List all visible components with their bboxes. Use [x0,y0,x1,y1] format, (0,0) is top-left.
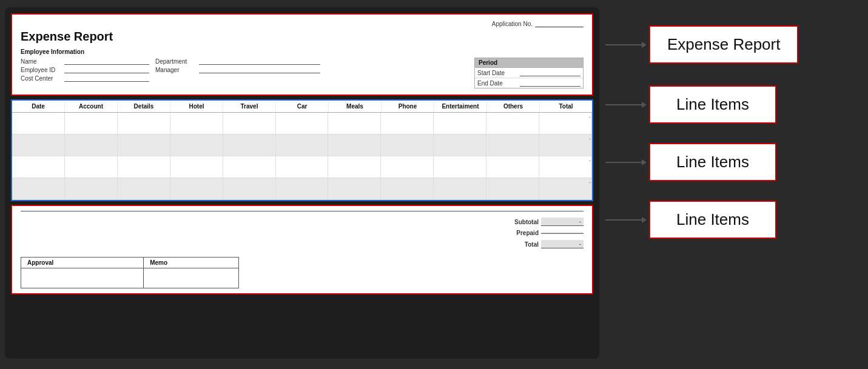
annotation-line-items-1: Line Items [605,85,863,124]
li-col-header-details: Details [118,101,170,112]
row-delete-button[interactable]: - [589,179,591,185]
manager-label: Manager [155,67,198,73]
li-cell-r3-c2[interactable] [118,178,170,199]
li-cell-r3-c8[interactable] [434,178,486,199]
li-cell-r2-c6[interactable] [328,156,381,178]
li-cell-r1-c1[interactable] [65,135,118,156]
li-cell-r3-c1[interactable] [65,178,118,199]
line-items-rows: ---- [12,113,592,200]
li-cell-r0-c3[interactable] [170,113,223,134]
li-cell-r3-c7[interactable] [381,178,434,199]
li-cell-r0-c2[interactable] [118,113,170,134]
li-cell-r0-c9[interactable] [486,113,539,134]
total-label: Total [502,241,539,248]
li-cell-r0-c6[interactable] [328,113,381,134]
memo-col-header: Memo [144,258,239,268]
li-cell-r0-c7[interactable] [381,113,434,134]
row-delete-button[interactable]: - [589,114,591,120]
li-col-header-travel: Travel [223,101,276,112]
arrow-shaft-0 [605,44,642,45]
app-no-label: Application No. [492,21,533,27]
arrow-shaft-2 [605,162,642,163]
period-title: Period [475,58,583,68]
li-cell-r2-c3[interactable] [170,156,223,178]
li-cell-r1-c0[interactable] [12,135,65,156]
li-cell-r0-c1[interactable] [65,113,118,134]
arrow-line-items-3 [605,217,647,223]
row-delete-button[interactable]: - [589,158,591,164]
li-cell-r2-c7[interactable] [381,156,434,178]
li-cell-r1-c9[interactable] [486,135,539,156]
li-cell-r1-c7[interactable] [381,135,434,156]
li-cell-r3-c4[interactable] [223,178,276,199]
li-cell-r1-c10[interactable] [539,135,592,156]
prepaid-label: Prepaid [502,230,539,236]
cost-center-label: Cost Center [21,75,63,82]
department-label: Department [155,58,198,65]
arrow-line-items-2 [605,159,647,165]
arrow-head-3 [642,217,647,223]
cost-center-field[interactable] [64,75,149,82]
li-cell-r1-c3[interactable] [170,135,223,156]
li-cell-r0-c4[interactable] [223,113,276,134]
table-row: - [12,113,592,135]
li-cell-r3-c5[interactable] [276,178,329,199]
manager-field[interactable] [199,66,320,73]
li-cell-r2-c5[interactable] [276,156,329,178]
name-field[interactable] [64,58,149,65]
li-cell-r0-c8[interactable] [434,113,486,134]
cost-center-row: Cost Center [21,75,474,82]
li-cell-r1-c5[interactable] [276,135,329,156]
li-cell-r0-c10[interactable] [539,113,592,134]
row-delete-button[interactable]: - [589,136,591,142]
line-items-section: DateAccountDetailsHotelTravelCarMealsPho… [11,99,593,201]
li-cell-r2-c10[interactable] [539,156,592,178]
li-cell-r2-c8[interactable] [434,156,486,178]
li-cell-r2-c2[interactable] [118,156,170,178]
annotation-line-items-3: Line Items [605,201,863,239]
employee-id-label: Employee ID [21,67,63,73]
li-cell-r3-c6[interactable] [328,178,381,199]
li-cell-r2-c4[interactable] [223,156,276,178]
li-cell-r3-c3[interactable] [170,178,223,199]
li-col-header-car: Car [276,101,329,112]
subtotal-row: Subtotal - [21,218,584,226]
annotations-panel: Expense Report Line Items Line Items [599,7,863,239]
form-title: Expense Report [21,30,584,44]
li-cell-r0-c5[interactable] [276,113,329,134]
line-items-annotation-1: Line Items [649,85,776,124]
employee-id-field[interactable] [64,66,149,73]
department-field[interactable] [199,58,320,65]
li-cell-r3-c10[interactable] [539,178,592,199]
prepaid-value[interactable] [541,232,584,234]
li-cell-r1-c6[interactable] [328,135,381,156]
arrow-expense-report [605,42,647,48]
line-items-annotation-3: Line Items [649,201,776,239]
approval-memo-table: Approval Memo [21,257,239,288]
li-cell-r1-c4[interactable] [223,135,276,156]
approval-col-header: Approval [21,258,144,268]
li-cell-r1-c8[interactable] [434,135,486,156]
li-col-header-others: Others [487,101,540,112]
approval-cell[interactable] [21,268,144,288]
li-cell-r2-c9[interactable] [486,156,539,178]
li-col-header-entertaiment: Entertaiment [434,101,487,112]
total-value: - [541,240,584,248]
end-date-field[interactable] [520,79,580,87]
start-date-field[interactable] [520,69,580,76]
li-cell-r1-c2[interactable] [118,135,170,156]
li-cell-r3-c0[interactable] [12,178,65,199]
app-no-row: Application No. [21,21,584,27]
total-row: Total - [21,240,584,248]
header-section: Application No. Expense Report Employee … [11,13,593,96]
line-items-annotation-2: Line Items [649,143,776,181]
li-cell-r3-c9[interactable] [486,178,539,199]
memo-cell[interactable] [144,268,239,288]
li-cell-r2-c0[interactable] [12,156,65,178]
end-date-row: End Date [475,78,583,88]
li-cell-r2-c1[interactable] [65,156,118,178]
li-cell-r0-c0[interactable] [12,113,65,134]
arrow-shaft-1 [605,104,642,105]
form-card: Application No. Expense Report Employee … [5,7,599,359]
app-no-field[interactable] [535,21,584,27]
